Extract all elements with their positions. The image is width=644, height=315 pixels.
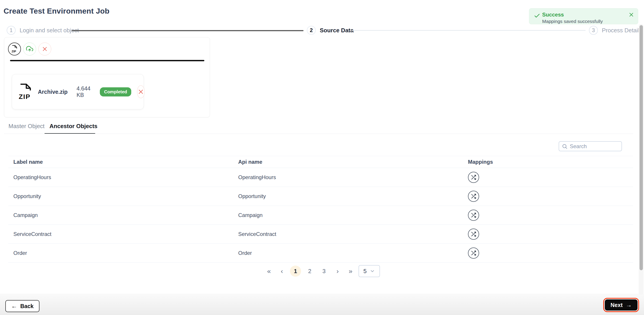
success-toast: Success Mappings saved successfully (529, 8, 638, 24)
table-header: Label name Api name Mappings (8, 156, 633, 168)
api-name-cell: OperatingHours (238, 174, 468, 180)
file-name: Archive.zip (38, 89, 68, 95)
column-header-label-name: Label name (8, 159, 238, 165)
page-button-1[interactable]: 1 (290, 266, 301, 277)
scrollbar-thumb[interactable] (640, 25, 643, 270)
mapping-shuffle-button[interactable] (468, 191, 479, 202)
label-name-cell: OperatingHours (8, 174, 238, 180)
page-title: Create Test Environment Job (4, 7, 110, 15)
api-name-cell: Order (238, 250, 468, 256)
ancestor-objects-table: Label name Api name Mappings OperatingHo… (8, 156, 633, 263)
label-name-cell: Order (8, 250, 238, 256)
step-number: 1 (7, 26, 16, 35)
object-tabs: Master Object Ancestor Objects (0, 122, 644, 134)
step-label: Source Data (320, 27, 354, 34)
status-badge: Completed (100, 87, 131, 96)
chevron-down-icon (370, 268, 375, 274)
table-row: Order Order (8, 244, 633, 263)
api-name-cell: Opportunity (238, 193, 468, 200)
check-icon (534, 12, 540, 19)
svg-text:ZIP: ZIP (12, 50, 16, 53)
page-size-value: 5 (364, 268, 366, 275)
page-size-select[interactable]: 5 (358, 265, 380, 277)
mapping-shuffle-button[interactable] (468, 210, 479, 221)
scrollbar-track (639, 24, 644, 295)
table-row: ServiceContract ServiceContract (8, 225, 633, 244)
page-button-3[interactable]: 3 (318, 266, 330, 277)
tab-ancestor-objects[interactable]: Ancestor Objects (50, 123, 98, 130)
next-button[interactable]: Next → (605, 300, 638, 310)
remove-upload-icon[interactable] (38, 42, 51, 56)
stepper: 1 Login and select object 2 Source Data … (0, 26, 644, 36)
step-label: Process Details (602, 27, 642, 34)
search-box (559, 141, 622, 151)
svg-text:ZIP: ZIP (19, 93, 30, 100)
step-process-details[interactable]: 3 Process Details (589, 26, 642, 35)
zip-file-icon[interactable]: ZIP (8, 42, 21, 56)
label-name-cell: Opportunity (8, 193, 238, 200)
toast-message: Mappings saved successfully (542, 19, 603, 24)
mapping-shuffle-button[interactable] (468, 228, 479, 240)
arrow-left-icon: ← (11, 303, 17, 309)
upload-actions: ZIP (8, 42, 51, 56)
stepper-connector-completed (72, 30, 304, 31)
arrow-right-icon: → (626, 302, 632, 308)
search-icon (562, 144, 568, 149)
next-page-button[interactable]: › (333, 266, 342, 277)
mapping-shuffle-button[interactable] (468, 248, 479, 259)
remove-file-button[interactable] (137, 85, 144, 98)
tab-master-object[interactable]: Master Object (8, 123, 44, 130)
step-source-data[interactable]: 2 Source Data (307, 26, 354, 35)
step-login-and-select-object[interactable]: 1 Login and select object (7, 26, 79, 35)
create-test-environment-job-page: Create Test Environment Job Success Mapp… (0, 0, 644, 315)
search-input[interactable] (570, 143, 619, 150)
mapping-shuffle-button[interactable] (468, 172, 479, 183)
step-label: Login and select object (20, 27, 79, 34)
cloud-upload-icon[interactable] (23, 42, 36, 56)
last-page-button[interactable]: » (346, 266, 356, 277)
toast-title: Success (542, 12, 564, 18)
label-name-cell: Campaign (8, 212, 238, 218)
upload-card: ZIP ZIP Archive.zip 4.644 (4, 37, 210, 118)
back-button[interactable]: ← Back (5, 300, 40, 312)
column-header-api-name: Api name (238, 159, 468, 165)
step-number: 3 (589, 26, 598, 35)
api-name-cell: Campaign (238, 212, 468, 218)
table-row: Campaign Campaign (8, 206, 633, 225)
back-button-label: Back (20, 303, 34, 310)
column-header-mappings: Mappings (468, 159, 633, 165)
footer-bar (0, 294, 644, 315)
file-size: 4.644 KB (76, 85, 90, 98)
next-button-focus-ring: Next → (603, 298, 639, 312)
step-number: 2 (307, 26, 316, 35)
close-icon[interactable] (628, 12, 634, 18)
table-row: Opportunity Opportunity (8, 187, 633, 206)
upload-progress-bar (10, 60, 204, 61)
tabs-divider (4, 134, 633, 134)
zip-file-icon: ZIP (18, 83, 32, 101)
stepper-connector-upcoming (352, 30, 586, 31)
pagination: « ‹ 1 2 3 › » 5 (264, 265, 380, 277)
uploaded-file-card: ZIP Archive.zip 4.644 KB Completed (12, 74, 144, 110)
next-button-label: Next (610, 302, 622, 308)
page-button-2[interactable]: 2 (304, 266, 315, 277)
label-name-cell: ServiceContract (8, 231, 238, 237)
first-page-button[interactable]: « (264, 266, 274, 277)
table-row: OperatingHours OperatingHours (8, 168, 633, 187)
api-name-cell: ServiceContract (238, 231, 468, 237)
previous-page-button[interactable]: ‹ (277, 266, 287, 277)
